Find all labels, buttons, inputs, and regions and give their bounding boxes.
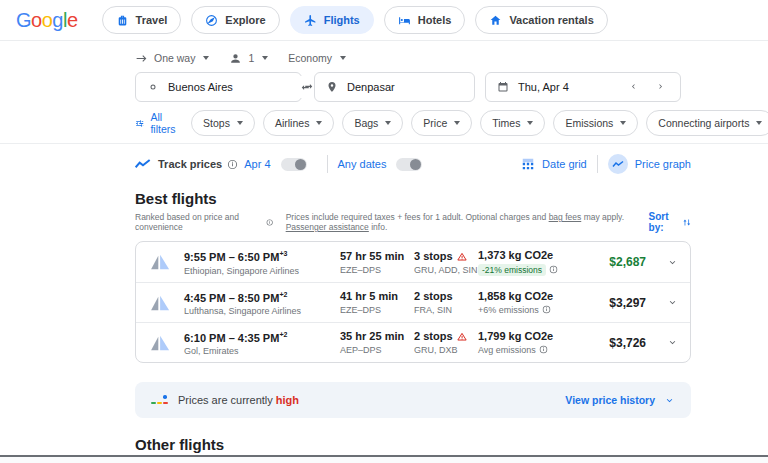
- fees-note: Prices include required taxes + fees for…: [286, 212, 547, 222]
- filter-chip-connecting-airports[interactable]: Connecting airports: [646, 110, 768, 136]
- departure-date-value: Thu, Apr 4: [518, 81, 569, 93]
- tab-label: Vacation rentals: [509, 14, 593, 26]
- flight-price: $3,297: [596, 296, 652, 310]
- filter-chip-emissions[interactable]: Emissions: [553, 110, 638, 136]
- any-dates-toggle[interactable]: [396, 158, 422, 171]
- google-logo[interactable]: Google: [16, 9, 78, 32]
- chip-label: Airlines: [275, 117, 309, 129]
- expand-flight-button[interactable]: [652, 297, 678, 308]
- flight-emissions: -21% emissions: [478, 264, 596, 276]
- flight-airlines: Lufthansa, Singapore Airlines: [184, 306, 340, 316]
- warning-icon: [457, 252, 467, 261]
- tab-label: Flights: [324, 14, 360, 26]
- any-dates-label: Any dates: [338, 158, 387, 170]
- price-level-gauge-icon: [151, 394, 168, 406]
- bag-fees-link[interactable]: bag fees: [549, 212, 582, 222]
- trip-type-selector[interactable]: One way: [135, 52, 209, 65]
- chevron-down-icon: [667, 297, 678, 308]
- next-date-button[interactable]: [651, 81, 669, 93]
- chevron-down-icon: [454, 121, 460, 125]
- filter-bar: All filters Stops Airlines Bags Price Ti…: [135, 110, 691, 136]
- chevron-down-icon: [527, 121, 533, 125]
- price-level-value: high: [276, 394, 299, 406]
- flight-route: EZE–DPS: [340, 305, 414, 315]
- expand-flight-button[interactable]: [652, 257, 678, 268]
- tab-vacation-rentals[interactable]: Vacation rentals: [475, 6, 607, 34]
- tracked-date-label: Apr 4: [244, 158, 270, 170]
- flight-times: 4:45 PM – 8:50 PM+2: [184, 289, 340, 304]
- price-graph-label: Price graph: [635, 158, 691, 170]
- destination-field[interactable]: Denpasar: [314, 72, 475, 102]
- filter-chip-times[interactable]: Times: [480, 110, 545, 136]
- passengers-value: 1: [248, 52, 254, 64]
- tab-flights[interactable]: Flights: [290, 6, 374, 34]
- filter-chip-bags[interactable]: Bags: [342, 110, 403, 136]
- flight-duration: 57 hr 55 min: [340, 250, 414, 262]
- track-date-toggle[interactable]: [281, 158, 307, 171]
- all-filters-label: All filters: [150, 111, 179, 135]
- info-icon[interactable]: [266, 218, 273, 227]
- date-grid-button[interactable]: Date grid: [521, 157, 587, 171]
- filter-chip-price[interactable]: Price: [411, 110, 472, 136]
- tab-explore[interactable]: Explore: [191, 6, 279, 34]
- other-flights-title: Other flights: [135, 436, 691, 453]
- flight-airlines: Gol, Emirates: [184, 346, 340, 356]
- price-graph-button[interactable]: Price graph: [608, 154, 691, 174]
- flight-co2: 1,858 kg CO2e: [478, 290, 596, 302]
- airline-logo-icon: [150, 334, 184, 352]
- product-tabs: Travel Explore Flights Hotels Vacation r…: [102, 6, 608, 34]
- price-trend-icon: [135, 158, 151, 170]
- origin-circle-icon: [147, 81, 159, 93]
- expand-flight-button[interactable]: [652, 337, 678, 348]
- filter-chip-stops[interactable]: Stops: [191, 110, 255, 136]
- section-divider: [0, 143, 768, 144]
- chip-label: Connecting airports: [658, 117, 749, 129]
- chevron-right-icon: [656, 82, 665, 91]
- stop-airports: FRA, SIN: [414, 305, 478, 315]
- filter-chip-airlines[interactable]: Airlines: [263, 110, 334, 136]
- tab-hotels[interactable]: Hotels: [384, 6, 466, 34]
- passengers-selector[interactable]: 1: [229, 52, 268, 65]
- airline-logo-icon: [150, 294, 184, 312]
- ranked-note: Ranked based on price and convenience: [135, 212, 260, 232]
- tab-travel[interactable]: Travel: [102, 6, 182, 34]
- chip-label: Bags: [354, 117, 378, 129]
- sort-by-button[interactable]: Sort by:: [649, 211, 691, 233]
- flight-times: 6:10 PM – 4:35 PM+2: [184, 329, 340, 344]
- previous-date-button[interactable]: [624, 81, 642, 93]
- info-icon[interactable]: [539, 345, 548, 354]
- flight-emissions: +6% emissions: [478, 305, 596, 315]
- destination-value: Denpasar: [347, 81, 395, 93]
- airline-logo-icon: [150, 253, 184, 271]
- warning-icon: [457, 332, 467, 341]
- flight-row[interactable]: 9:55 PM – 6:50 PM+3 Ethiopian, Singapore…: [136, 242, 690, 282]
- view-price-history-button[interactable]: View price history: [565, 394, 675, 406]
- divider: [597, 155, 598, 173]
- flight-duration: 35 hr 25 min: [340, 330, 414, 342]
- date-grid-label: Date grid: [542, 158, 587, 170]
- flight-row[interactable]: 4:45 PM – 8:50 PM+2 Lufthansa, Singapore…: [136, 282, 690, 322]
- passenger-assistance-link[interactable]: Passenger assistance: [286, 222, 369, 232]
- tab-label: Explore: [225, 14, 265, 26]
- calendar-icon: [497, 81, 509, 93]
- origin-field[interactable]: Buenos Aires: [135, 72, 302, 102]
- window-bottom-strip: [0, 457, 768, 463]
- departure-date-field[interactable]: Thu, Apr 4: [485, 72, 681, 102]
- chevron-down-icon: [316, 121, 322, 125]
- info-icon[interactable]: [227, 159, 238, 170]
- tab-label: Hotels: [418, 14, 452, 26]
- flight-row[interactable]: 6:10 PM – 4:35 PM+2 Gol, Emirates 35 hr …: [136, 322, 690, 362]
- flight-duration: 41 hr 5 min: [340, 290, 414, 302]
- chevron-down-icon: [620, 121, 626, 125]
- swap-arrows-icon: [300, 80, 314, 94]
- info-icon[interactable]: [542, 305, 551, 314]
- cabin-class-selector[interactable]: Economy: [288, 52, 346, 64]
- track-prices-label: Track prices: [158, 158, 222, 170]
- info-icon[interactable]: [549, 265, 558, 274]
- explore-compass-icon: [205, 14, 218, 27]
- flight-stops: 2 stops: [414, 290, 478, 302]
- flight-times: 9:55 PM – 6:50 PM+3: [184, 248, 340, 263]
- flight-stops: 3 stops: [414, 250, 478, 262]
- chip-label: Emissions: [565, 117, 613, 129]
- all-filters-button[interactable]: All filters: [135, 111, 179, 135]
